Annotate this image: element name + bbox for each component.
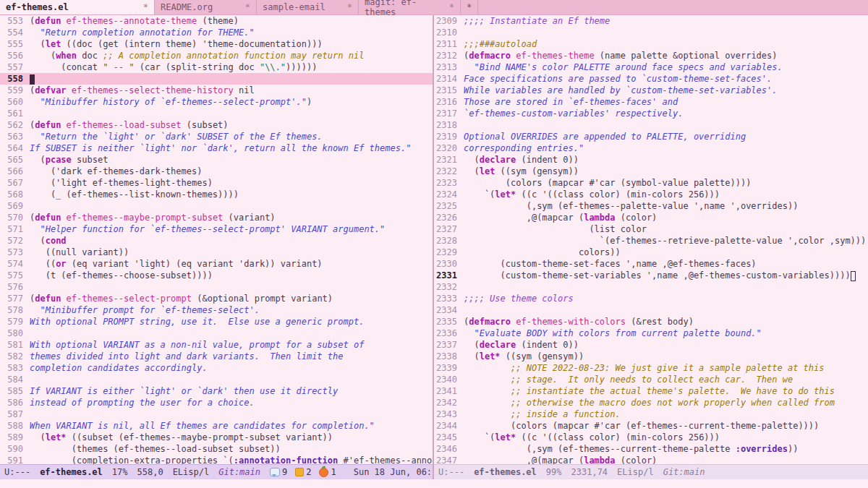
code-line[interactable]: 2321 (declare (indent 0)) — [434, 154, 868, 166]
code-line[interactable]: 2319Optional OVERRIDES are appended to P… — [434, 131, 868, 142]
code-segment: instead of prompting the user for a choi… — [30, 398, 255, 408]
code-line[interactable]: 583completion candidates accordingly. — [0, 362, 433, 374]
tab-sample-email[interactable]: sample-email* — [257, 0, 359, 14]
code-line[interactable]: 556 (when doc ;; A completion annotation… — [0, 50, 433, 61]
code-line[interactable]: 2341 ;; instantiate the actual theme's p… — [434, 385, 868, 397]
code-line[interactable]: 575 (t (ef-themes--choose-subset)))) — [0, 270, 433, 281]
code-line[interactable]: 567 ('light ef-themes-light-themes) — [0, 177, 433, 189]
code-line[interactable]: 2335(defmacro ef-themes-with-colors (&re… — [434, 316, 868, 328]
code-line[interactable]: 2339 ;; NOTE 2022-08-23: We just give it… — [434, 362, 868, 374]
buffer-name[interactable]: ef-themes.el — [40, 467, 103, 477]
code-line[interactable]: 2313 "Bind NAME's color PALETTE around f… — [434, 61, 868, 73]
buffer-name[interactable]: ef-themes.el — [474, 467, 537, 477]
tab-modified-indicator[interactable]: * — [143, 2, 148, 12]
tab-ef-themes-el[interactable]: ef-themes.el* — [0, 0, 155, 14]
code-line[interactable]: 582themes divided into light and dark va… — [0, 351, 433, 362]
code-line[interactable]: 581With optional VARIANT as a non-nil va… — [0, 339, 433, 351]
code-line[interactable]: 2338 (let* ((sym (gensym)) — [434, 351, 868, 362]
code-line[interactable]: 2320corresponding entries." — [434, 142, 868, 154]
major-mode[interactable]: ELisp/l — [617, 467, 654, 477]
code-line[interactable]: 2345 `(let* ((c '((class color) (min-col… — [434, 432, 868, 443]
code-line[interactable]: 580 — [0, 328, 433, 339]
tab-modified-indicator[interactable]: * — [347, 2, 352, 12]
code-line[interactable]: 589 (let* ((subset (ef-themes--maybe-pro… — [0, 432, 433, 443]
tab-modified-indicator[interactable]: * — [449, 2, 454, 12]
code-line[interactable]: 553(defun ef-themes--annotate-theme (the… — [0, 15, 433, 27]
code-line[interactable]: 2310 — [434, 27, 868, 38]
code-line[interactable]: 573 ((null variant)) — [0, 247, 433, 258]
code-segment: let — [46, 39, 61, 49]
vc-branch[interactable]: Git:main — [663, 467, 705, 477]
code-line[interactable]: 2325 (,sym (ef-themes--palette-value ',n… — [434, 200, 868, 212]
code-line[interactable]: 585If VARIANT is either `light' or `dark… — [0, 385, 433, 397]
code-line[interactable]: 2314Face specifications are passed to `c… — [434, 73, 868, 85]
code-line[interactable]: 560 "Minibuffer history of `ef-themes--s… — [0, 96, 433, 108]
code-line[interactable]: 588When VARIANT is nil, all Ef themes ar… — [0, 420, 433, 432]
code-line[interactable]: 2337 (declare (indent 0)) — [434, 339, 868, 351]
code-line[interactable]: 2318 — [434, 119, 868, 131]
code-line[interactable]: 2324 `(let* ((c '((class color) (min-col… — [434, 189, 868, 200]
code-line[interactable]: 577(defun ef-themes--select-prompt (&opt… — [0, 293, 433, 304]
code-line[interactable]: 572 (cond — [0, 235, 433, 247]
code-line[interactable]: 2340 ;; stage. It only needs to collect … — [434, 374, 868, 385]
vc-branch[interactable]: Git:main — [218, 467, 260, 477]
code-line[interactable]: 574 ((or (eq variant 'light) (eq variant… — [0, 258, 433, 270]
line-number: 2346 — [434, 443, 464, 455]
code-line[interactable]: 2342 ;; otherwise the macro does not wor… — [434, 397, 868, 408]
code-line[interactable]: 2332 — [434, 281, 868, 293]
code-line[interactable]: 2315While variables are handled by `cust… — [434, 85, 868, 96]
code-line[interactable]: 2334 — [434, 304, 868, 316]
major-mode[interactable]: ELisp/l — [173, 467, 210, 477]
echo-area[interactable] — [0, 479, 868, 488]
code-line[interactable]: 561 — [0, 108, 433, 119]
code-line[interactable]: 557 (concat " -- " (car (split-string do… — [0, 61, 433, 73]
code-line[interactable]: 565 (pcase subset — [0, 154, 433, 166]
code-line[interactable]: 2346 (,sym (ef-themes--current-theme-pal… — [434, 443, 868, 455]
tab-readme-org[interactable]: README.org* — [155, 0, 257, 14]
code-line[interactable]: 578 "Minibuffer prompt for `ef-themes-se… — [0, 304, 433, 316]
code-line[interactable]: 2333;;;; Use theme colors — [434, 293, 868, 304]
right-window[interactable]: 2309;;;; Instantiate an Ef theme23102311… — [434, 15, 868, 464]
code-line[interactable]: 2322 (let ((sym (gensym)) — [434, 166, 868, 177]
code-line[interactable]: 564If SUBSET is neither `light' nor `dar… — [0, 142, 433, 154]
code-line[interactable]: 571 "Helper function for `ef-themes--sel… — [0, 223, 433, 235]
tab-star[interactable]: * — [461, 0, 478, 14]
code-line[interactable]: 558 — [0, 73, 433, 85]
code-line[interactable]: 576 — [0, 281, 433, 293]
code-line[interactable]: 579With optional PROMPT string, use it. … — [0, 316, 433, 328]
code-line[interactable]: 2330 (custom-theme-set-faces ',name ,@ef… — [434, 258, 868, 270]
left-window[interactable]: 553(defun ef-themes--annotate-theme (the… — [0, 15, 433, 464]
code-line[interactable]: 563 "Return the `light' or `dark' SUBSET… — [0, 131, 433, 142]
code-line[interactable]: 591 (completion-extra-properties `(:anno… — [0, 455, 433, 464]
code-line[interactable]: 555 (let ((doc (get (intern theme) 'them… — [0, 38, 433, 50]
code-line[interactable]: 568 (_ (ef-themes--list-known-themes)))) — [0, 189, 433, 200]
tab-modified-indicator[interactable]: * — [245, 2, 250, 12]
code-segment: `( — [464, 189, 495, 200]
code-line[interactable]: 559(defvar ef-themes--select-theme-histo… — [0, 85, 433, 96]
code-line[interactable]: 2343 ;; inside a function. — [434, 408, 868, 420]
code-line[interactable]: 570(defun ef-themes--maybe-prompt-subset… — [0, 212, 433, 223]
code-line[interactable]: 2347 ,@(mapcar (lambda (color) — [434, 455, 868, 464]
code-line[interactable]: 2331 (custom-theme-set-variables ',name … — [434, 270, 868, 281]
code-line[interactable]: 566 ('dark ef-themes-dark-themes) — [0, 166, 433, 177]
code-line[interactable]: 2329 colors)) — [434, 247, 868, 258]
code-line[interactable]: 2316Those are stored in `ef-themes-faces… — [434, 96, 868, 108]
code-line[interactable]: 584 — [0, 374, 433, 385]
code-line[interactable]: 2328 `(ef-themes--retrieve-palette-value… — [434, 235, 868, 247]
code-line[interactable]: 2312(defmacro ef-themes-theme (name pale… — [434, 50, 868, 61]
code-line[interactable]: 586instead of prompting the user for a c… — [0, 397, 433, 408]
code-line[interactable]: 2323 (colors (mapcar #'car (symbol-value… — [434, 177, 868, 189]
code-line[interactable]: 2344 (colors (mapcar #'car (ef-themes--c… — [434, 420, 868, 432]
code-line[interactable]: 2309;;;; Instantiate an Ef theme — [434, 15, 868, 27]
code-line[interactable]: 587 — [0, 408, 433, 420]
code-line[interactable]: 569 — [0, 200, 433, 212]
tab-magit-ef-themes[interactable]: magit: ef-themes* — [359, 0, 461, 14]
code-line[interactable]: 554 "Return completion annotation for TH… — [0, 27, 433, 38]
code-line[interactable]: 2326 ,@(mapcar (lambda (color) — [434, 212, 868, 223]
code-line[interactable]: 2311;;;###autoload — [434, 38, 868, 50]
code-line[interactable]: 590 (themes (ef-themes--load-subset subs… — [0, 443, 433, 455]
code-line[interactable]: 2327 (list color — [434, 223, 868, 235]
code-line[interactable]: 2317`ef-themes-custom-variables' respect… — [434, 108, 868, 119]
code-line[interactable]: 2336 "Evaluate BODY with colors from cur… — [434, 328, 868, 339]
code-line[interactable]: 562(defun ef-themes--load-subset (subset… — [0, 119, 433, 131]
